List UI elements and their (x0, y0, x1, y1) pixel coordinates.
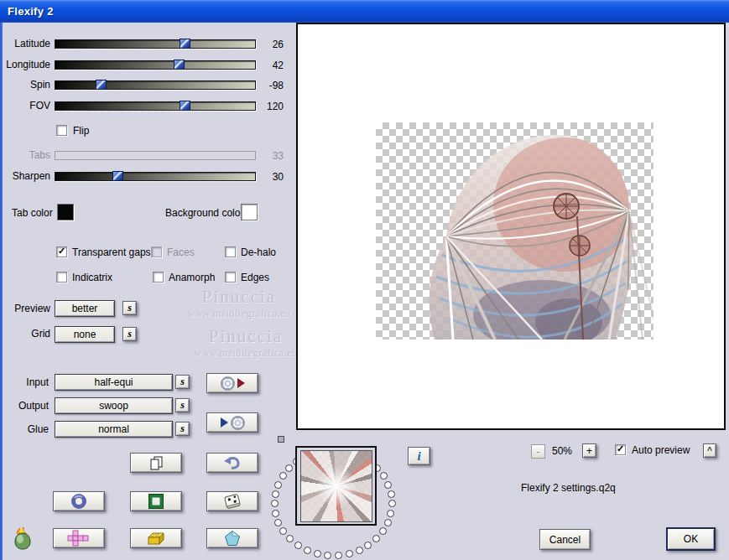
indicatrix-checkbox[interactable] (56, 272, 67, 283)
memory-dot[interactable] (346, 550, 353, 557)
longitude-slider-thumb[interactable] (174, 60, 185, 70)
memory-dot[interactable] (271, 500, 279, 507)
latitude-slider[interactable] (55, 39, 256, 49)
tabs-label: Tabs (0, 150, 50, 161)
zoom-in-button[interactable]: + (582, 443, 596, 458)
zoom-level: 50% (545, 446, 579, 457)
memory-dot[interactable] (372, 535, 380, 542)
memory-square-marker[interactable] (278, 436, 284, 443)
red-play-icon (237, 378, 245, 388)
random-dice-button[interactable] (206, 491, 258, 511)
memory-dot[interactable] (304, 547, 311, 554)
memory-dot[interactable] (380, 472, 388, 480)
zoom-out-button[interactable]: - (531, 444, 545, 459)
memory-dot[interactable] (379, 527, 387, 535)
memory-dot[interactable] (272, 510, 279, 517)
output-select[interactable]: swoop (55, 397, 173, 414)
green-frame-icon (147, 492, 165, 511)
preview-select[interactable]: better (55, 300, 115, 317)
grid-select[interactable]: none (55, 326, 115, 343)
grid-s-button[interactable]: s (122, 327, 137, 341)
tabs-value: 33 (253, 150, 284, 162)
cube-net-cross-icon (65, 530, 92, 547)
fov-slider[interactable] (55, 101, 256, 111)
load-settings-button[interactable] (206, 373, 258, 393)
torus-button[interactable] (53, 491, 105, 511)
glue-s-button[interactable]: s (175, 422, 190, 436)
save-settings-button[interactable] (206, 412, 258, 433)
lego-brick-icon (146, 530, 166, 547)
spin-slider[interactable] (55, 80, 256, 90)
auto-preview-checkbox[interactable]: ✓ (615, 444, 626, 455)
cube-net-button[interactable] (53, 528, 105, 548)
glue-select[interactable]: normal (55, 421, 173, 438)
undo-arrow-icon (223, 455, 242, 470)
minus-icon: - (537, 446, 540, 458)
memory-dot[interactable] (387, 510, 394, 517)
collapse-button[interactable]: ^ (703, 443, 716, 458)
dehalo-checkbox[interactable] (225, 246, 236, 257)
input-select[interactable]: half-equi (55, 374, 173, 391)
s-glyph: s (180, 399, 185, 412)
cd-icon (221, 376, 235, 391)
watermark: Pinuccia www.maidiregrafica.eu (176, 287, 302, 320)
copy-settings-button[interactable] (130, 453, 182, 473)
preview-thumbnail[interactable] (295, 446, 377, 526)
faces-checkbox (151, 246, 162, 257)
frame-button[interactable] (130, 491, 182, 511)
title-bar[interactable]: Flexify 2 (0, 0, 729, 23)
memory-dot[interactable] (286, 535, 294, 542)
preview-s-button[interactable]: s (122, 301, 137, 315)
preview-select-value: better (72, 303, 98, 314)
longitude-slider[interactable] (55, 60, 256, 70)
memory-dot[interactable] (314, 550, 321, 557)
glue-select-value: normal (98, 423, 129, 435)
memory-dot[interactable] (274, 481, 282, 489)
output-s-button[interactable]: s (175, 398, 190, 412)
memory-dot[interactable] (279, 472, 287, 480)
input-s-button[interactable]: s (175, 375, 190, 389)
transparent-gaps-checkbox[interactable]: ✓ (56, 246, 67, 257)
memory-dot[interactable] (388, 490, 395, 498)
cancel-button[interactable]: Cancel (539, 529, 591, 550)
memory-dot[interactable] (384, 519, 392, 526)
spin-slider-thumb[interactable] (96, 80, 107, 90)
flip-checkbox[interactable] (56, 125, 67, 136)
anamorph-checkbox[interactable] (153, 272, 164, 283)
background-color-swatch[interactable] (241, 204, 258, 220)
s-glyph: s (128, 328, 132, 340)
flaming-pear-logo[interactable] (12, 526, 34, 550)
anamorph-label: Anamorph (169, 272, 215, 283)
s-glyph: s (128, 302, 132, 314)
info-button[interactable]: i (408, 447, 430, 465)
preview-panel[interactable] (296, 23, 726, 430)
transparent-gaps-label: Transparent gaps (72, 247, 151, 258)
edges-checkbox[interactable] (225, 272, 236, 283)
tab-color-label: Tab color (12, 208, 53, 219)
memory-dot[interactable] (285, 464, 293, 472)
spin-value: -98 (253, 80, 284, 91)
polyhedron-button[interactable] (206, 528, 258, 548)
memory-dot[interactable] (335, 552, 342, 559)
ok-button[interactable]: OK (666, 527, 716, 551)
memory-dot[interactable] (324, 552, 331, 559)
tab-color-swatch[interactable] (57, 204, 74, 220)
memory-dot[interactable] (356, 547, 363, 554)
memory-dot[interactable] (384, 481, 392, 489)
fov-slider-thumb[interactable] (180, 101, 190, 111)
memory-dot[interactable] (279, 527, 287, 535)
memory-dot[interactable] (272, 490, 279, 498)
memory-dot[interactable] (388, 500, 396, 507)
memory-dot[interactable] (274, 519, 282, 526)
latitude-slider-thumb[interactable] (180, 39, 190, 49)
brick-button[interactable] (130, 528, 182, 548)
memory-dot[interactable] (364, 542, 372, 549)
sharpen-slider[interactable] (55, 172, 256, 181)
memory-dot[interactable] (294, 542, 302, 549)
sharpen-slider-thumb[interactable] (112, 171, 123, 181)
sharpen-value: 30 (253, 171, 284, 183)
longitude-label: Longitude (0, 60, 50, 70)
fov-label: FOV (0, 101, 50, 111)
undo-button[interactable] (206, 453, 258, 473)
thumbnail-image (300, 450, 372, 522)
